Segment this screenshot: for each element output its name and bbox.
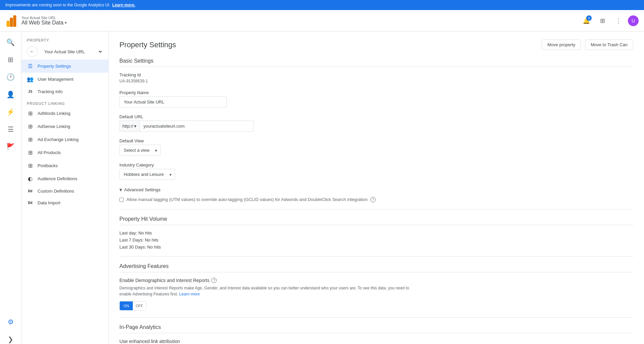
- avatar[interactable]: U: [628, 15, 639, 26]
- demographics-learn-more-link[interactable]: Learn more: [179, 292, 200, 296]
- default-view-select[interactable]: Select a view: [119, 145, 161, 156]
- url-protocol-caret: ▾: [134, 124, 137, 129]
- last-30-days-value: No hits: [147, 245, 161, 250]
- property-select[interactable]: Your Actual Site URL: [40, 47, 103, 57]
- main-content: Property Settings Move property Move to …: [109, 31, 644, 344]
- sidebar-item-postbacks[interactable]: ⊞ Postbacks: [21, 159, 108, 172]
- move-trash-button[interactable]: Move to Trash Can: [585, 40, 633, 50]
- sidebar-item-tracking-info[interactable]: JS Tracking Info: [21, 86, 108, 97]
- manual-tagging-help-icon[interactable]: ?: [370, 197, 376, 202]
- icon-nav: 🔍 ⊞ 🕐 👤 ⚡ ☰ 🚩 ⚙ ❯: [0, 31, 21, 344]
- last-7-days-row: Last 7 Days: No hits: [119, 237, 633, 243]
- header-account[interactable]: All Web Site Data ▾: [21, 20, 67, 26]
- more-button[interactable]: ⋮: [612, 14, 625, 27]
- enhanced-link-title: Use enhanced link attribution: [119, 339, 633, 344]
- nav-report[interactable]: ☰: [3, 121, 19, 137]
- in-page-analytics-title: In-Page Analytics: [119, 324, 633, 333]
- svg-rect-2: [13, 15, 16, 26]
- notif-badge: 3: [586, 15, 592, 21]
- demographics-toggle-on[interactable]: ON: [120, 301, 133, 310]
- last-30-days-row: Last 30 Days: No hits: [119, 245, 633, 250]
- sidebar-item-label-adsense: AdSense Linking: [38, 124, 70, 129]
- sidebar-item-custom-definitions[interactable]: Dd Custom Definitions: [21, 185, 108, 197]
- divider-1: [119, 209, 633, 209]
- default-view-group: Default View Select a view: [119, 138, 633, 156]
- property-section-label: PROPERTY: [21, 34, 108, 44]
- property-settings-icon: ☰: [27, 63, 34, 69]
- default-url-label: Default URL: [119, 114, 633, 119]
- last-7-days-value: No hits: [145, 237, 158, 243]
- industry-category-select[interactable]: Hobbies and Leisure: [119, 169, 175, 180]
- advanced-checkbox-row: Allow manual tagging (UTM values) to ove…: [119, 197, 633, 202]
- sidebar-item-user-management[interactable]: 👥 User Management: [21, 73, 108, 86]
- url-domain-input[interactable]: [139, 121, 254, 132]
- property-name-label: Property Name: [119, 90, 633, 95]
- ga-logo: [5, 15, 17, 27]
- nav-flag[interactable]: 🚩: [3, 139, 19, 155]
- sidebar-item-audience-definitions[interactable]: ◐ Audience Definitions: [21, 172, 108, 185]
- sidebar-item-label-custom-defs: Custom Definitions: [38, 189, 74, 194]
- content-header: Property Settings Move property Move to …: [119, 40, 633, 50]
- adexchange-icon: ⊞: [27, 136, 34, 143]
- hit-volume-title: Property Hit Volume: [119, 216, 633, 225]
- logo-area: Your Actual Site URL All Web Site Data ▾: [5, 15, 67, 27]
- back-button[interactable]: ←: [27, 46, 38, 57]
- svg-rect-1: [10, 18, 13, 27]
- advanced-settings-label: Advanced Settings: [124, 187, 160, 192]
- header: Your Actual Site URL All Web Site Data ▾…: [0, 10, 644, 31]
- all-products-icon: ⊞: [27, 149, 34, 156]
- url-protocol[interactable]: http:// ▾: [119, 121, 139, 132]
- apps-button[interactable]: ⊞: [596, 14, 609, 27]
- adsense-icon: ⊞: [27, 123, 34, 130]
- nav-search[interactable]: 🔍: [3, 34, 19, 50]
- product-linking-label: PRODUCT LINKING: [21, 97, 108, 107]
- sidebar-item-label-user-management: User Management: [38, 77, 73, 82]
- sidebar-item-adwords[interactable]: ⊞ AdWords Linking: [21, 107, 108, 120]
- move-property-button[interactable]: Move property: [542, 40, 581, 50]
- notif-link[interactable]: Learn more.: [112, 3, 136, 7]
- account-caret: ▾: [65, 20, 67, 25]
- manual-tagging-checkbox[interactable]: [119, 198, 124, 202]
- sidebar: PROPERTY ← Your Actual Site URL ☰ Proper…: [21, 31, 109, 344]
- demographics-help-icon[interactable]: ?: [211, 278, 217, 283]
- property-name-group: Property Name: [119, 90, 633, 108]
- url-input-group: http:// ▾: [119, 121, 254, 132]
- notif-text: Improvements are coming soon to the Goog…: [5, 3, 110, 7]
- nav-settings[interactable]: ⚙: [3, 314, 19, 330]
- advanced-settings-toggle[interactable]: ▾ Advanced Settings: [119, 187, 633, 193]
- demographics-desc: Demographics and Interest Reports make A…: [119, 285, 421, 297]
- audience-icon: ◐: [27, 176, 34, 182]
- sidebar-item-label-audience: Audience Definitions: [38, 176, 77, 181]
- divider-2: [119, 256, 633, 257]
- sidebar-item-all-products[interactable]: ⊞ All Products: [21, 146, 108, 159]
- default-view-select-wrapper: Select a view: [119, 145, 161, 156]
- tracking-id-group: Tracking Id UA-91358639-1: [119, 72, 633, 83]
- demographics-toggle[interactable]: ON OFF: [119, 301, 146, 311]
- sidebar-item-label-adwords: AdWords Linking: [38, 111, 70, 116]
- property-name-input[interactable]: [119, 96, 227, 108]
- nav-user[interactable]: 👤: [3, 86, 19, 102]
- sidebar-item-data-import[interactable]: Dd Data Import: [21, 197, 108, 209]
- notification-bar: Improvements are coming soon to the Goog…: [0, 0, 644, 10]
- industry-category-label: Industry Category: [119, 162, 633, 167]
- sidebar-item-adexchange[interactable]: ⊞ Ad Exchange Linking: [21, 133, 108, 146]
- adwords-icon: ⊞: [27, 110, 34, 117]
- last-day-label: Last day: [119, 230, 136, 235]
- notification-button[interactable]: 🔔 3: [580, 14, 593, 27]
- sidebar-item-label-all-products: All Products: [38, 150, 61, 155]
- nav-activity[interactable]: ⚡: [3, 104, 19, 120]
- sidebar-item-adsense[interactable]: ⊞ AdSense Linking: [21, 120, 108, 133]
- last-7-days-label: Last 7 Days: [119, 237, 143, 243]
- sidebar-item-property-settings[interactable]: ☰ Property Settings: [21, 60, 108, 73]
- demographics-title: Enable Demographics and Interest Reports…: [119, 278, 633, 283]
- nav-expand[interactable]: ❯: [3, 331, 19, 344]
- tracking-id-value: UA-91358639-1: [119, 79, 633, 83]
- nav-home[interactable]: ⊞: [3, 52, 19, 68]
- nav-time[interactable]: 🕐: [3, 69, 19, 85]
- header-site-url: Your Actual Site URL: [21, 16, 67, 20]
- property-select-wrapper[interactable]: Your Actual Site URL: [40, 47, 103, 57]
- sidebar-item-label-data-import: Data Import: [38, 200, 60, 205]
- sidebar-back-area: ← Your Actual Site URL: [21, 44, 108, 60]
- demographics-toggle-off[interactable]: OFF: [133, 301, 146, 310]
- content-actions: Move property Move to Trash Can: [542, 40, 633, 50]
